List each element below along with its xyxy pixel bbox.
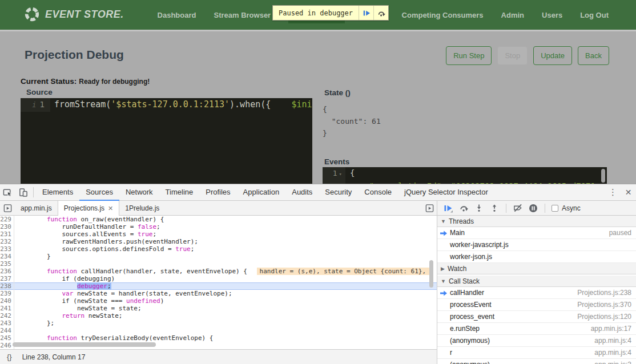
- code-line[interactable]: 232 rawEventHandlers.push(eventHandler);: [0, 238, 437, 245]
- execution-line[interactable]: 238 debugger;: [0, 282, 437, 290]
- line-number[interactable]: 238: [0, 282, 14, 290]
- code-line[interactable]: 231 sources.allEvents = true;: [0, 230, 437, 238]
- step-out-button[interactable]: [489, 203, 500, 213]
- thread-row-worker-javascript-js[interactable]: worker-javascript.js: [437, 239, 636, 251]
- devtools-tab-security[interactable]: Security: [319, 184, 358, 200]
- code-line[interactable]: 239 var newState = handler(state, eventE…: [0, 290, 437, 297]
- code-line[interactable]: 235: [0, 260, 437, 268]
- devtools-close-button[interactable]: ✕: [621, 184, 636, 200]
- callstack-frame-callhandler[interactable]: callHandlerProjections.js:238: [437, 287, 636, 299]
- fold-arrow-icon[interactable]: ▾: [339, 171, 342, 177]
- pretty-print-button[interactable]: {}: [7, 353, 12, 361]
- step-over-banner-button[interactable]: [373, 6, 388, 20]
- horizontal-scrollbar-thumb[interactable]: [13, 342, 156, 347]
- devtools-tab-network[interactable]: Network: [119, 184, 159, 200]
- line-number[interactable]: 231: [0, 230, 14, 238]
- devtools-tab-jquery-selector-inspector[interactable]: jQuery Selector Inspector: [398, 184, 494, 200]
- devtools-tab-console[interactable]: Console: [358, 184, 398, 200]
- devtools-tab-profiles[interactable]: Profiles: [199, 184, 236, 200]
- resume-button[interactable]: [443, 203, 453, 213]
- nav-item-users[interactable]: Users: [542, 11, 562, 19]
- code-line[interactable]: 244: [0, 327, 437, 334]
- device-toolbar-button[interactable]: [15, 184, 31, 200]
- inspect-element-button[interactable]: [0, 184, 15, 200]
- run-step-button[interactable]: Run Step: [446, 46, 492, 65]
- code-line-text: function tryDeserializeBody(eventEnvelop…: [14, 334, 213, 342]
- code-token: ;: [107, 282, 111, 290]
- line-number[interactable]: 244: [0, 327, 14, 334]
- nav-item-log-out[interactable]: Log Out: [580, 11, 609, 19]
- callstack-frame-r[interactable]: rapp.min.js:4: [437, 347, 636, 359]
- show-navigator-button[interactable]: [0, 201, 15, 215]
- step-into-button[interactable]: [474, 203, 484, 213]
- code-line[interactable]: 230 runDefaultHandler = false;: [0, 223, 437, 230]
- devtools-tab-audits[interactable]: Audits: [285, 184, 319, 200]
- line-number[interactable]: 232: [0, 238, 14, 245]
- devtools-tab-timeline[interactable]: Timeline: [159, 184, 200, 200]
- callstack-section-header[interactable]: ▼ Call Stack: [437, 276, 636, 287]
- code-editor[interactable]: 229 function on_raw(eventHandler) {230 r…: [0, 216, 437, 349]
- code-line[interactable]: 233 sources.options.definesFold = true;: [0, 245, 437, 253]
- events-editor[interactable]: 1▾{2 "correlationId": "06202702-8827-446…: [323, 167, 607, 185]
- nav-item-stream-browser[interactable]: Stream Browser: [214, 11, 271, 19]
- code-line[interactable]: 236 function callHandler(handler, state,…: [0, 268, 437, 275]
- pause-on-exceptions-button[interactable]: [528, 203, 538, 213]
- thread-row-worker-json-js[interactable]: worker-json.js: [437, 251, 636, 263]
- code-line[interactable]: 234 }: [0, 253, 437, 260]
- code-line[interactable]: 237 if (debugging): [0, 275, 437, 282]
- file-tab-projections-js[interactable]: Projections.js✕: [58, 201, 120, 216]
- file-tab-1prelude-js[interactable]: 1Prelude.js: [119, 201, 165, 215]
- devtools-menu-button[interactable]: ⋮: [605, 184, 621, 200]
- line-number[interactable]: 237: [0, 275, 14, 282]
- resume-script-button[interactable]: [359, 6, 373, 20]
- nav-item-admin[interactable]: Admin: [501, 11, 524, 19]
- code-line[interactable]: 242 return newState;: [0, 312, 437, 319]
- line-number[interactable]: 245: [0, 334, 14, 342]
- callstack-frame-processevent[interactable]: processEventProjections.js:370: [437, 299, 636, 311]
- callstack-frame-anonymous[interactable]: (anonymous)app.min.js:4: [437, 335, 636, 347]
- line-number[interactable]: 239: [0, 290, 14, 297]
- events-scrollbar-thumb[interactable]: [601, 169, 605, 183]
- source-code-line: fromStream('$stats-127.0.0.1:2113').when…: [50, 98, 312, 112]
- callstack-frame-anonymous[interactable]: (anonymous)app.min.js:3: [437, 359, 636, 364]
- deactivate-breakpoints-button[interactable]: [513, 203, 523, 213]
- code-line[interactable]: 243 };: [0, 319, 437, 327]
- watch-section-header[interactable]: ▶ Watch: [437, 263, 636, 274]
- devtools-tab-elements[interactable]: Elements: [36, 184, 79, 200]
- line-number[interactable]: 234: [0, 253, 14, 260]
- source-code-editor[interactable]: i1 fromStream('$stats-127.0.0.1:2113').w…: [21, 98, 312, 185]
- line-number[interactable]: 241: [0, 305, 14, 312]
- async-checkbox[interactable]: [552, 205, 558, 212]
- line-number[interactable]: 235: [0, 260, 14, 268]
- vertical-scrollbar-thumb[interactable]: [429, 260, 433, 288]
- step-over-button[interactable]: [458, 203, 469, 213]
- callstack-frame-process-event[interactable]: process_eventProjections.js:120: [437, 311, 636, 323]
- nav-item-competing-consumers[interactable]: Competing Consumers: [402, 11, 484, 19]
- line-number[interactable]: 243: [0, 319, 14, 327]
- update-button[interactable]: Update: [533, 46, 572, 65]
- code-token: if (debugging): [17, 275, 115, 282]
- tab-close-icon[interactable]: ✕: [108, 205, 113, 212]
- line-number[interactable]: 246: [0, 342, 14, 349]
- devtools-tab-sources[interactable]: Sources: [79, 184, 119, 201]
- line-number[interactable]: 229: [0, 216, 14, 223]
- line-number[interactable]: 236: [0, 268, 14, 275]
- line-number[interactable]: 240: [0, 297, 14, 305]
- devtools-tab-application[interactable]: Application: [237, 184, 286, 200]
- line-number[interactable]: 242: [0, 312, 14, 319]
- file-tab-app-min-js[interactable]: app.min.js: [15, 201, 58, 215]
- code-line[interactable]: 240 if (newState === undefined): [0, 297, 437, 305]
- code-line-text: newState = state;: [14, 305, 142, 312]
- code-token: undefined: [126, 297, 160, 305]
- thread-row-main[interactable]: Mainpaused: [437, 227, 636, 239]
- back-button[interactable]: Back: [578, 46, 609, 65]
- nav-item-dashboard[interactable]: Dashboard: [158, 11, 196, 19]
- show-details-pane-button[interactable]: [422, 201, 437, 215]
- code-line[interactable]: 229 function on_raw(eventHandler) {: [0, 216, 437, 223]
- line-number[interactable]: 230: [0, 223, 14, 230]
- threads-section-header[interactable]: ▼ Threads: [437, 216, 636, 227]
- line-number[interactable]: 233: [0, 245, 14, 253]
- callstack-frame-e-runstep[interactable]: e.runStepapp.min.js:17: [437, 323, 636, 335]
- code-line[interactable]: 245 function tryDeserializeBody(eventEnv…: [0, 334, 437, 342]
- code-line[interactable]: 241 newState = state;: [0, 305, 437, 312]
